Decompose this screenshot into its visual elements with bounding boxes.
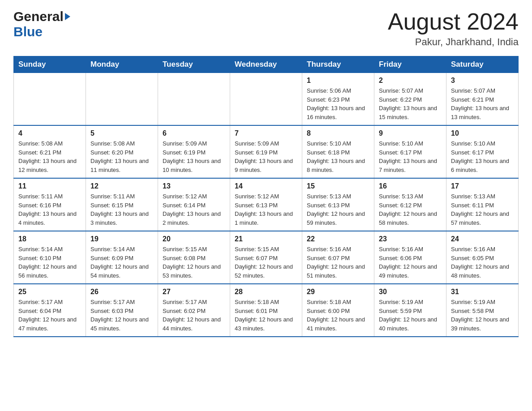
day-cell: 14Sunrise: 5:12 AM Sunset: 6:13 PM Dayli… <box>230 178 302 231</box>
day-cell: 4Sunrise: 5:08 AM Sunset: 6:21 PM Daylig… <box>14 125 86 178</box>
day-info: Sunrise: 5:06 AM Sunset: 6:23 PM Dayligh… <box>307 86 369 121</box>
week-row-5: 25Sunrise: 5:17 AM Sunset: 6:04 PM Dayli… <box>14 284 519 337</box>
calendar-table: SundayMondayTuesdayWednesdayThursdayFrid… <box>13 56 519 337</box>
day-info: Sunrise: 5:12 AM Sunset: 6:13 PM Dayligh… <box>235 192 297 227</box>
day-number: 17 <box>451 182 514 190</box>
day-info: Sunrise: 5:15 AM Sunset: 6:07 PM Dayligh… <box>235 245 297 280</box>
day-cell: 5Sunrise: 5:08 AM Sunset: 6:20 PM Daylig… <box>86 125 158 178</box>
day-number: 31 <box>451 288 514 296</box>
day-number: 5 <box>90 129 153 137</box>
day-info: Sunrise: 5:19 AM Sunset: 5:58 PM Dayligh… <box>451 298 514 333</box>
day-info: Sunrise: 5:10 AM Sunset: 6:17 PM Dayligh… <box>451 139 514 174</box>
day-number: 20 <box>163 235 225 243</box>
week-row-1: 1Sunrise: 5:06 AM Sunset: 6:23 PM Daylig… <box>14 73 519 126</box>
day-number: 18 <box>18 235 81 243</box>
day-cell: 19Sunrise: 5:14 AM Sunset: 6:09 PM Dayli… <box>86 231 158 284</box>
day-number: 11 <box>18 182 81 190</box>
day-info: Sunrise: 5:15 AM Sunset: 6:08 PM Dayligh… <box>163 245 225 280</box>
day-info: Sunrise: 5:07 AM Sunset: 6:22 PM Dayligh… <box>379 86 442 121</box>
day-cell: 21Sunrise: 5:15 AM Sunset: 6:07 PM Dayli… <box>230 231 302 284</box>
day-cell: 6Sunrise: 5:09 AM Sunset: 6:19 PM Daylig… <box>158 125 230 178</box>
col-header-thursday: Thursday <box>302 56 374 73</box>
day-cell: 25Sunrise: 5:17 AM Sunset: 6:04 PM Dayli… <box>14 284 86 337</box>
day-cell: 15Sunrise: 5:13 AM Sunset: 6:13 PM Dayli… <box>302 178 374 231</box>
day-info: Sunrise: 5:14 AM Sunset: 6:10 PM Dayligh… <box>18 245 81 280</box>
day-info: Sunrise: 5:14 AM Sunset: 6:09 PM Dayligh… <box>90 245 153 280</box>
day-number: 1 <box>307 77 369 85</box>
day-number: 21 <box>235 235 297 243</box>
logo: General Blue <box>13 9 70 39</box>
day-cell: 31Sunrise: 5:19 AM Sunset: 5:58 PM Dayli… <box>446 284 519 337</box>
day-cell: 11Sunrise: 5:11 AM Sunset: 6:16 PM Dayli… <box>14 178 86 231</box>
col-header-wednesday: Wednesday <box>230 56 302 73</box>
day-cell: 28Sunrise: 5:18 AM Sunset: 6:01 PM Dayli… <box>230 284 302 337</box>
day-info: Sunrise: 5:18 AM Sunset: 6:00 PM Dayligh… <box>307 298 369 333</box>
day-number: 25 <box>18 288 81 296</box>
day-info: Sunrise: 5:09 AM Sunset: 6:19 PM Dayligh… <box>235 139 297 174</box>
day-number: 9 <box>379 129 442 137</box>
day-number: 2 <box>379 77 442 85</box>
title-block: August 2024 Pakur, Jharkhand, India <box>388 9 519 48</box>
day-number: 14 <box>235 182 297 190</box>
day-number: 3 <box>451 77 514 85</box>
day-cell: 20Sunrise: 5:15 AM Sunset: 6:08 PM Dayli… <box>158 231 230 284</box>
day-number: 16 <box>379 182 442 190</box>
day-number: 27 <box>163 288 225 296</box>
day-number: 4 <box>18 129 81 137</box>
day-info: Sunrise: 5:13 AM Sunset: 6:12 PM Dayligh… <box>379 192 442 227</box>
day-cell: 13Sunrise: 5:12 AM Sunset: 6:14 PM Dayli… <box>158 178 230 231</box>
day-number: 19 <box>90 235 153 243</box>
col-header-monday: Monday <box>86 56 158 73</box>
day-cell: 27Sunrise: 5:17 AM Sunset: 6:02 PM Dayli… <box>158 284 230 337</box>
day-info: Sunrise: 5:10 AM Sunset: 6:17 PM Dayligh… <box>379 139 442 174</box>
day-cell: 17Sunrise: 5:13 AM Sunset: 6:11 PM Dayli… <box>446 178 519 231</box>
day-cell: 7Sunrise: 5:09 AM Sunset: 6:19 PM Daylig… <box>230 125 302 178</box>
day-cell: 22Sunrise: 5:16 AM Sunset: 6:07 PM Dayli… <box>302 231 374 284</box>
day-info: Sunrise: 5:16 AM Sunset: 6:05 PM Dayligh… <box>451 245 514 280</box>
day-cell <box>14 73 86 126</box>
day-info: Sunrise: 5:11 AM Sunset: 6:16 PM Dayligh… <box>18 192 81 227</box>
day-number: 8 <box>307 129 369 137</box>
day-cell: 9Sunrise: 5:10 AM Sunset: 6:17 PM Daylig… <box>374 125 446 178</box>
day-cell: 24Sunrise: 5:16 AM Sunset: 6:05 PM Dayli… <box>446 231 519 284</box>
day-info: Sunrise: 5:12 AM Sunset: 6:14 PM Dayligh… <box>163 192 225 227</box>
day-cell <box>86 73 158 126</box>
day-number: 13 <box>163 182 225 190</box>
week-row-2: 4Sunrise: 5:08 AM Sunset: 6:21 PM Daylig… <box>14 125 519 178</box>
page-header: General Blue August 2024 Pakur, Jharkhan… <box>13 9 519 48</box>
day-cell: 3Sunrise: 5:07 AM Sunset: 6:21 PM Daylig… <box>446 73 519 126</box>
day-info: Sunrise: 5:08 AM Sunset: 6:21 PM Dayligh… <box>18 139 81 174</box>
day-cell: 23Sunrise: 5:16 AM Sunset: 6:06 PM Dayli… <box>374 231 446 284</box>
day-info: Sunrise: 5:08 AM Sunset: 6:20 PM Dayligh… <box>90 139 153 174</box>
day-info: Sunrise: 5:11 AM Sunset: 6:15 PM Dayligh… <box>90 192 153 227</box>
day-number: 30 <box>379 288 442 296</box>
day-number: 29 <box>307 288 369 296</box>
day-cell <box>158 73 230 126</box>
day-number: 15 <box>307 182 369 190</box>
day-number: 24 <box>451 235 514 243</box>
week-row-3: 11Sunrise: 5:11 AM Sunset: 6:16 PM Dayli… <box>14 178 519 231</box>
day-number: 28 <box>235 288 297 296</box>
day-info: Sunrise: 5:17 AM Sunset: 6:04 PM Dayligh… <box>18 298 81 333</box>
week-row-4: 18Sunrise: 5:14 AM Sunset: 6:10 PM Dayli… <box>14 231 519 284</box>
day-info: Sunrise: 5:10 AM Sunset: 6:18 PM Dayligh… <box>307 139 369 174</box>
day-info: Sunrise: 5:17 AM Sunset: 6:02 PM Dayligh… <box>163 298 225 333</box>
day-info: Sunrise: 5:19 AM Sunset: 5:59 PM Dayligh… <box>379 298 442 333</box>
day-number: 6 <box>163 129 225 137</box>
month-title: August 2024 <box>388 9 519 34</box>
day-cell <box>230 73 302 126</box>
day-info: Sunrise: 5:17 AM Sunset: 6:03 PM Dayligh… <box>90 298 153 333</box>
day-cell: 1Sunrise: 5:06 AM Sunset: 6:23 PM Daylig… <box>302 73 374 126</box>
location-text: Pakur, Jharkhand, India <box>388 36 519 48</box>
day-number: 23 <box>379 235 442 243</box>
day-cell: 16Sunrise: 5:13 AM Sunset: 6:12 PM Dayli… <box>374 178 446 231</box>
day-info: Sunrise: 5:07 AM Sunset: 6:21 PM Dayligh… <box>451 86 514 121</box>
day-cell: 10Sunrise: 5:10 AM Sunset: 6:17 PM Dayli… <box>446 125 519 178</box>
day-cell: 12Sunrise: 5:11 AM Sunset: 6:15 PM Dayli… <box>86 178 158 231</box>
col-header-sunday: Sunday <box>14 56 86 73</box>
day-info: Sunrise: 5:13 AM Sunset: 6:11 PM Dayligh… <box>451 192 514 227</box>
col-header-tuesday: Tuesday <box>158 56 230 73</box>
day-number: 7 <box>235 129 297 137</box>
day-cell: 29Sunrise: 5:18 AM Sunset: 6:00 PM Dayli… <box>302 284 374 337</box>
day-info: Sunrise: 5:16 AM Sunset: 6:07 PM Dayligh… <box>307 245 369 280</box>
